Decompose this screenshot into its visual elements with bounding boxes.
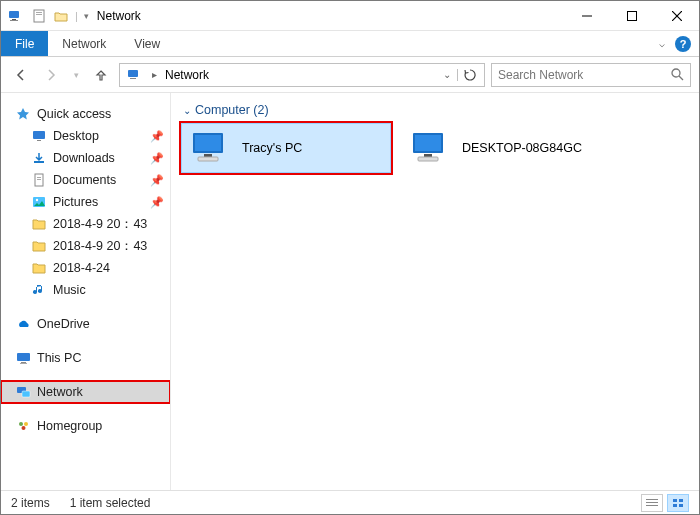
view-tab[interactable]: View <box>120 31 174 56</box>
nav-label: 2018-4-9 20：43 <box>53 238 147 255</box>
svg-rect-35 <box>415 135 441 151</box>
nav-label: Quick access <box>37 107 111 121</box>
computer-item-tracys-pc[interactable]: Tracy's PC <box>181 123 391 173</box>
network-icon <box>15 384 31 400</box>
nav-label: Pictures <box>53 195 98 209</box>
svg-rect-15 <box>37 140 41 141</box>
items-row: Tracy's PC DESKTOP-08G84GC <box>181 123 689 173</box>
nav-this-pc[interactable]: This PC <box>1 347 170 369</box>
close-button[interactable] <box>654 1 699 30</box>
qat-dropdown-icon[interactable]: ▾ <box>84 11 89 21</box>
svg-rect-40 <box>646 505 658 506</box>
svg-point-27 <box>19 422 23 426</box>
recent-dropdown-icon[interactable]: ▾ <box>69 63 83 87</box>
nav-folder-2[interactable]: 2018-4-9 20：43 <box>1 235 170 257</box>
svg-rect-39 <box>646 502 658 503</box>
nav-label: This PC <box>37 351 81 365</box>
svg-rect-33 <box>198 157 218 161</box>
address-dropdown-icon[interactable]: ⌄ <box>437 69 457 80</box>
file-tab[interactable]: File <box>1 31 48 56</box>
qat: | ▾ <box>1 7 89 25</box>
svg-rect-41 <box>673 499 677 502</box>
svg-rect-5 <box>36 14 42 15</box>
qat-separator: | <box>75 10 78 22</box>
nav-label: 2018-4-9 20：43 <box>53 216 147 233</box>
nav-pictures[interactable]: Pictures 📌 <box>1 191 170 213</box>
svg-rect-38 <box>646 499 658 500</box>
search-placeholder: Search Network <box>498 68 583 82</box>
ribbon-expand-icon[interactable]: ⌵ <box>659 38 665 49</box>
status-item-count: 2 items <box>11 496 50 510</box>
qat-properties-icon[interactable] <box>31 8 47 24</box>
refresh-button[interactable] <box>457 69 482 81</box>
nav-folder-1[interactable]: 2018-4-9 20：43 <box>1 213 170 235</box>
svg-point-28 <box>24 422 28 426</box>
title-bar: | ▾ Network <box>1 1 699 31</box>
search-box[interactable]: Search Network <box>491 63 691 87</box>
address-bar[interactable]: ▸ Network ⌄ <box>119 63 485 87</box>
svg-rect-14 <box>33 131 45 139</box>
details-view-button[interactable] <box>641 494 663 512</box>
svg-rect-37 <box>418 157 438 161</box>
minimize-button[interactable] <box>564 1 609 30</box>
group-header-label: Computer (2) <box>195 103 269 117</box>
pin-icon: 📌 <box>150 174 164 187</box>
svg-point-12 <box>672 69 680 77</box>
group-header[interactable]: ⌄ Computer (2) <box>183 103 689 117</box>
nav-desktop[interactable]: Desktop 📌 <box>1 125 170 147</box>
status-bar: 2 items 1 item selected <box>1 490 699 514</box>
svg-rect-43 <box>673 504 677 507</box>
nav-toolbar: ▾ ▸ Network ⌄ Search Network <box>1 57 699 93</box>
nav-downloads[interactable]: Downloads 📌 <box>1 147 170 169</box>
nav-music[interactable]: Music <box>1 279 170 301</box>
window-title: Network <box>97 9 141 23</box>
network-tab[interactable]: Network <box>48 31 120 56</box>
this-pc-icon <box>15 350 31 366</box>
address-segment[interactable]: Network <box>161 68 213 82</box>
nav-documents[interactable]: Documents 📌 <box>1 169 170 191</box>
computer-item-desktop-08g84gc[interactable]: DESKTOP-08G84GC <box>401 123 611 173</box>
quick-access-icon <box>15 106 31 122</box>
up-button[interactable] <box>89 63 113 87</box>
ribbon-tabs: File Network View ⌵ ? <box>1 31 699 57</box>
pin-icon: 📌 <box>150 152 164 165</box>
nav-label: Documents <box>53 173 116 187</box>
network-location-icon <box>126 66 144 84</box>
onedrive-icon <box>15 316 31 332</box>
explorer-window: | ▾ Network File Network View ⌵ ? ▾ ▸ Ne… <box>0 0 700 515</box>
maximize-button[interactable] <box>609 1 654 30</box>
content-pane: ⌄ Computer (2) Tracy's PC DESKTOP-08G84G… <box>171 93 699 490</box>
computer-icon <box>190 130 232 166</box>
svg-rect-0 <box>9 11 19 18</box>
nav-label: Downloads <box>53 151 115 165</box>
nav-label: Homegroup <box>37 419 102 433</box>
help-icon[interactable]: ? <box>675 36 691 52</box>
downloads-icon <box>31 150 47 166</box>
computer-icon <box>410 130 452 166</box>
large-icons-view-button[interactable] <box>667 494 689 512</box>
back-button[interactable] <box>9 63 33 87</box>
svg-rect-11 <box>130 78 136 79</box>
forward-button[interactable] <box>39 63 63 87</box>
nav-label: Music <box>53 283 86 297</box>
nav-folder-3[interactable]: 2018-4-24 <box>1 257 170 279</box>
svg-rect-3 <box>34 10 44 22</box>
search-icon <box>671 68 684 81</box>
nav-label: Network <box>37 385 83 399</box>
music-icon <box>31 282 47 298</box>
svg-rect-18 <box>37 177 41 178</box>
folder-icon <box>31 260 47 276</box>
pictures-icon <box>31 194 47 210</box>
nav-homegroup[interactable]: Homegroup <box>1 415 170 437</box>
nav-network[interactable]: Network <box>1 381 170 403</box>
svg-rect-1 <box>12 19 16 20</box>
chevron-right-icon[interactable]: ▸ <box>148 69 161 80</box>
app-icon <box>7 7 25 25</box>
body: Quick access Desktop 📌 Downloads 📌 Docum… <box>1 93 699 490</box>
svg-rect-26 <box>22 391 30 397</box>
qat-new-folder-icon[interactable] <box>53 8 69 24</box>
nav-onedrive[interactable]: OneDrive <box>1 313 170 335</box>
nav-quick-access[interactable]: Quick access <box>1 103 170 125</box>
svg-rect-23 <box>21 362 26 363</box>
navigation-pane: Quick access Desktop 📌 Downloads 📌 Docum… <box>1 93 171 490</box>
